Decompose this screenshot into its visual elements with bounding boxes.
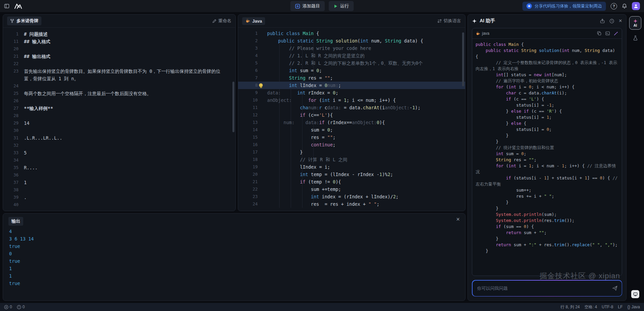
ai-message-area: java [468,27,626,276]
language-mode[interactable]: {} Java [627,305,640,309]
eol-setting[interactable]: LF [618,305,623,309]
code-line[interactable]: 6 int sum = 0; [238,67,465,74]
add-icon [295,4,300,9]
add-problem-button[interactable]: 添加题目 [290,1,325,11]
editor-scrollbar[interactable] [462,32,464,86]
problem-line[interactable]: 24 [3,82,235,90]
code-line[interactable]: 21 if (temp != 0){ [238,178,465,186]
line-number: 35 [3,164,24,171]
code-editor[interactable]: 1public class Main {2 public static Stri… [238,28,465,211]
line-number: 13 [238,119,265,126]
line-number: 9 [238,89,265,96]
code-line[interactable]: 3 // Please write your code here [238,45,465,52]
experiment-icon[interactable] [633,35,638,41]
code-line[interactable]: 10anObject: for (int i = 1; i <= num; i+… [238,96,465,104]
code-line[interactable]: 8 int lIndex = 0num:; [238,82,465,89]
switch-language-button[interactable]: 切换语言 [437,18,461,24]
app-logo[interactable] [14,3,24,9]
code-line[interactable]: 12 if (c=='L'){ [238,111,465,119]
code-line[interactable]: 4 // 1. L 和 R 之间的肯定是竖立的 [238,52,465,59]
problem-line[interactable]: 26 [3,97,235,105]
editor-lines: 1public class Main {2 public static Stri… [238,30,465,208]
history-icon[interactable] [609,19,614,24]
code-line[interactable]: 15 res = ""; [238,134,465,141]
ai-question-input[interactable] [477,285,609,291]
problem-title-badge[interactable]: 多米诺骨牌 [7,17,41,25]
problem-line[interactable]: 20 [3,45,235,53]
line-number: 30 [3,127,24,134]
code-line[interactable]: 5 // 2. R 和 L 之间的下标之差单数为1个，0、双数、无穷为0个 [238,59,465,67]
code-line[interactable]: 14 sum = 0; [238,126,465,134]
line-number: 23 [3,67,24,82]
problem-line[interactable]: 22 [3,60,235,67]
code-line[interactable]: 20 int temp = (lIndex - rIndex -1)%2; [238,171,465,178]
language-tab-label: Java [252,19,262,24]
problem-line[interactable]: 1# 问题描述 [3,30,235,38]
problem-line[interactable]: 32 [3,142,235,149]
problem-line[interactable]: 34 [3,157,235,164]
bell-icon[interactable] [622,3,627,9]
language-tab[interactable]: Java [242,17,265,25]
problem-line[interactable]: 371 [3,179,235,186]
ai-code-line: // 遍历字符串，初始化骨牌状态 [476,78,618,84]
code-line[interactable]: 24 res = res + index + " "; [238,200,465,208]
problem-line[interactable]: 38 [3,186,235,194]
problem-line[interactable]: 31.L.R...LR..L.. [3,134,235,142]
line-number: 16 [238,141,265,148]
chat-float-button[interactable] [631,290,639,298]
problem-line-text [24,60,235,67]
code-line[interactable]: 11 chanum:r cdata: = data.charAt(ianObje… [238,104,465,111]
copy-icon[interactable] [597,31,602,36]
warning-indicator[interactable]: 0 [17,305,25,309]
code-line[interactable]: 16 continue; [238,141,465,148]
problem-line[interactable]: 21## 输出格式 [3,53,235,60]
problem-line[interactable]: 25每两个数之间用一个空格隔开，注意最后一个数后面没有空格。 [3,90,235,97]
cursor-position[interactable]: 行 8, 列 24 [560,304,580,310]
run-button[interactable]: 运行 [329,1,354,11]
rename-button[interactable]: 重命名 [212,18,231,24]
problem-line[interactable]: 23首先输出保持竖立的骨牌数目。如果保持竖立的骨牌数目不为 0，下一行输出保持竖… [3,67,235,82]
problem-line-text: ## 输出格式 [24,53,235,60]
code-line[interactable]: 22 sum +=temp; [238,186,465,193]
problem-line[interactable]: 2914 [3,119,235,127]
code-line[interactable]: 17 } [238,148,465,156]
problem-line[interactable]: 11## 输入格式 [3,38,235,45]
problem-line[interactable]: 36 [3,171,235,179]
code-line[interactable]: 7 String res = ""; [238,74,465,82]
line-number: 3 [238,45,265,52]
avatar[interactable] [632,2,640,10]
indentation-setting[interactable]: 空格: 4 [584,304,597,310]
problem-line[interactable]: 335 [3,149,235,157]
magic-wand-icon[interactable] [614,31,618,36]
promo-banner[interactable]: 分享代码练习体验，领限量定制周边 [522,2,606,11]
problem-line[interactable]: 40 [3,201,235,208]
line-number: 31 [3,134,24,142]
topbar: 添加题目 运行 分享代码练习体验，领限量定制周边 ? [0,0,644,12]
problem-line[interactable]: 39. [3,194,235,201]
code-line[interactable]: 18 // 计算 R 和 L 之间 [238,156,465,163]
problem-line[interactable]: 30 [3,127,235,134]
problem-line[interactable]: 35R.... [3,164,235,171]
send-icon[interactable] [612,285,618,291]
code-line[interactable]: 1public class Main { [238,30,465,37]
code-line[interactable]: 19 lIndex = i; [238,163,465,171]
output-close-icon[interactable]: × [456,217,460,222]
ai-toggle-button[interactable]: AI [629,16,641,30]
line-number: 38 [3,186,24,194]
code-line[interactable]: 23 int index = (rIndex + lIndex)/2; [238,193,465,200]
help-icon[interactable]: ? [611,3,617,9]
lightbulb-icon[interactable] [259,83,263,87]
sidebar-toggle-icon[interactable] [4,3,9,9]
insert-code-icon[interactable] [605,31,610,36]
problem-scrollbar[interactable] [232,82,234,132]
problem-line[interactable]: 28 [3,112,235,119]
code-line[interactable]: 13 num: data:if (rIndex==anObject:0){ [238,119,465,126]
problem-line[interactable]: 27**输入样例** [3,105,235,112]
export-icon[interactable] [600,19,605,24]
ai-close-icon[interactable]: × [619,18,622,24]
code-line[interactable]: 9data: int rIndex = 0; [238,89,465,96]
problem-editor[interactable]: 1# 问题描述11## 输入格式2021## 输出格式2223首先输出保持竖立的… [3,28,235,211]
error-indicator[interactable]: 0 [4,305,12,309]
code-line[interactable]: 2 public static String solution(int num,… [238,37,465,45]
encoding-setting[interactable]: UTF-8 [602,305,613,309]
